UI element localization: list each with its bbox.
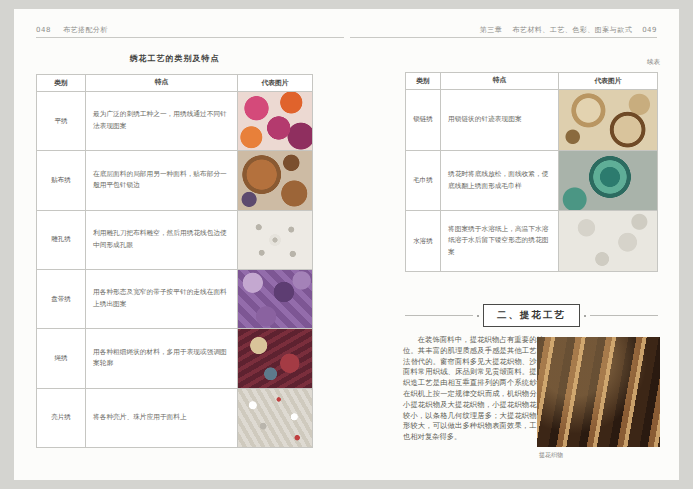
ribbon-embroidery-photo [238, 270, 312, 328]
table-row: 毛巾绣 绣花时将底线放松，面线收紧，使底线翻上绣面形成毛巾样 [406, 150, 657, 211]
category-cell: 水溶绣 [406, 211, 440, 271]
sequin-embroidery-photo [238, 389, 312, 447]
feature-cell: 用锁链状的针迹表现图案 [440, 90, 558, 150]
feature-cell: 将各种亮片、珠片应用于面料上 [85, 389, 237, 447]
table-row: 亮片绣 将各种亮片、珠片应用于面料上 [37, 388, 312, 447]
table-row: 锁链绣 用锁链状的针迹表现图案 [406, 89, 657, 150]
column-header-image: 代表图片 [237, 75, 312, 91]
jacquard-fabric-photo [537, 337, 660, 447]
heading-rule-right [590, 315, 658, 316]
feature-cell: 绣花时将底线放松，面线收紧，使底线翻上绣面形成毛巾样 [440, 151, 558, 211]
flat-embroidery-photo [238, 92, 312, 150]
right-page-number: 049 [642, 26, 657, 34]
photo-cell [558, 211, 657, 271]
table-row: 绳绣 用各种粗细绳状的材料，多用于表现或强调图案轮廓 [37, 328, 312, 387]
cutwork-embroidery-photo [238, 211, 312, 269]
left-header-rule [36, 37, 344, 38]
category-cell: 平绣 [37, 92, 85, 150]
embroidery-table-left: 类别 特点 代表图片 平绣 最为广泛的刺绣工种之一，用绣线通过不同针法表现图案 … [36, 74, 313, 448]
category-cell: 绳绣 [37, 329, 85, 387]
category-cell: 贴布绣 [37, 151, 85, 209]
feature-cell: 用各种粗细绳状的材料，多用于表现或强调图案轮廓 [85, 329, 237, 387]
heading-dot-right [584, 315, 586, 317]
feature-cell: 最为广泛的刺绣工种之一，用绣线通过不同针法表现图案 [85, 92, 237, 150]
right-header-title: 布艺材料、工艺、色彩、图案与款式 [512, 25, 632, 35]
table-row: 水溶绣 将图案绣于水溶纸上，高温下水溶纸溶于水后留下镂空形态的绣花图案 [406, 210, 657, 271]
category-cell: 锁链绣 [406, 90, 440, 150]
category-cell: 亮片绣 [37, 389, 85, 447]
left-page-number: 048 [36, 26, 51, 34]
feature-cell: 利用雕孔刀把布料雕空，然后用绣花线包边使中间形成孔眼 [85, 211, 237, 269]
photo-cell [237, 151, 312, 209]
column-header-feature: 特点 [440, 73, 558, 89]
left-running-header: 048 布艺搭配分析 [36, 25, 108, 35]
table-row: 平绣 最为广泛的刺绣工种之一，用绣线通过不同针法表现图案 [37, 91, 312, 150]
photo-cell [237, 389, 312, 447]
right-running-header: 第三章 布艺材料、工艺、色彩、图案与款式 049 [480, 25, 657, 35]
category-cell: 雕孔绣 [37, 211, 85, 269]
continued-table-label: 续表 [405, 58, 660, 67]
photo-cell [237, 92, 312, 150]
watersoluble-embroidery-photo [559, 211, 657, 271]
photo-caption: 提花织物 [539, 451, 563, 460]
photo-cell [558, 90, 657, 150]
embroidery-table-right: 类别 特点 代表图片 锁链绣 用锁链状的针迹表现图案 毛巾绣 绣花时将底线放松，… [405, 72, 658, 272]
chain-stitch-embroidery-photo [559, 90, 657, 150]
heading-dot-left [477, 315, 479, 317]
feature-cell: 将图案绣于水溶纸上，高温下水溶纸溶于水后留下镂空形态的绣花图案 [440, 211, 558, 271]
left-header-title: 布艺搭配分析 [63, 25, 108, 35]
photo-cell [558, 151, 657, 211]
table-header-row: 类别 特点 代表图片 [37, 75, 312, 91]
applique-embroidery-photo [238, 151, 312, 209]
cord-embroidery-photo [238, 329, 312, 387]
towel-stitch-embroidery-photo [559, 151, 657, 211]
book-spread: 048 布艺搭配分析 第三章 布艺材料、工艺、色彩、图案与款式 049 绣花工艺… [14, 9, 679, 480]
table-title: 绣花工艺的类别及特点 [36, 53, 313, 64]
photo-cell [237, 211, 312, 269]
chapter-label: 第三章 [480, 25, 503, 35]
feature-cell: 用各种形态及宽窄的带子按平针的走线在面料上绣出图案 [85, 270, 237, 328]
table-row: 雕孔绣 利用雕孔刀把布料雕空，然后用绣花线包边使中间形成孔眼 [37, 210, 312, 269]
feature-cell: 在底层面料的局部用另一种面料，贴布部分一般用平包针锁边 [85, 151, 237, 209]
photo-cell [237, 270, 312, 328]
section-heading: 二、提花工艺 [483, 304, 580, 327]
column-header-image: 代表图片 [558, 73, 657, 89]
table-row: 贴布绣 在底层面料的局部用另一种面料，贴布部分一般用平包针锁边 [37, 150, 312, 209]
photo-cell [237, 329, 312, 387]
table-row: 盘带绣 用各种形态及宽窄的带子按平针的走线在面料上绣出图案 [37, 269, 312, 328]
table-header-row: 类别 特点 代表图片 [406, 73, 657, 89]
heading-rule-left [405, 315, 473, 316]
category-cell: 盘带绣 [37, 270, 85, 328]
column-header-category: 类别 [406, 73, 440, 89]
column-header-feature: 特点 [85, 75, 237, 91]
category-cell: 毛巾绣 [406, 151, 440, 211]
section-heading-band: 二、提花工艺 [405, 304, 658, 327]
column-header-category: 类别 [37, 75, 85, 91]
section-paragraph: 在装饰面料中，提花织物占有重要的地位。其丰富的肌理质感及手感是其他工艺无法替代的… [403, 335, 544, 443]
right-header-rule [350, 37, 657, 38]
